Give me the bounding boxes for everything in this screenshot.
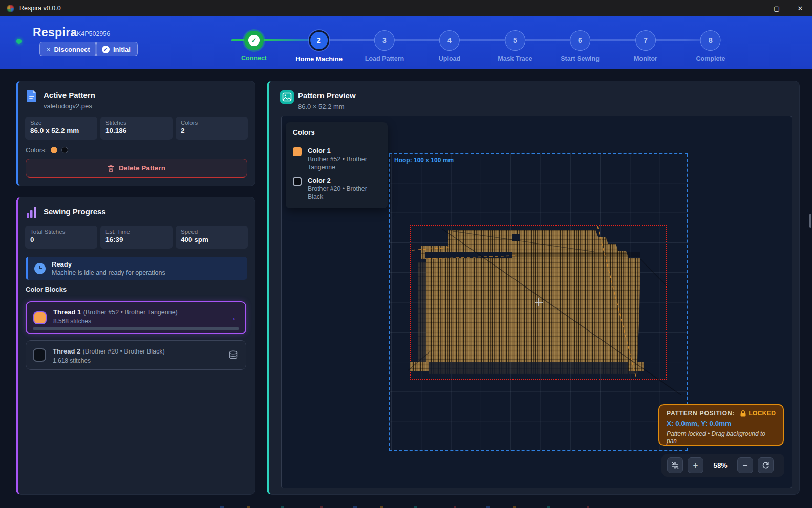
layers-icon	[229, 350, 238, 360]
step-load-pattern[interactable]: 3 Load Pattern	[365, 30, 404, 62]
active-pattern-title: Active Pattern	[44, 91, 95, 99]
app-window: Respira v0.0.0 – ▢ ✕ Respira • K4P502956…	[0, 0, 812, 508]
step-complete-circle[interactable]: 8	[700, 30, 721, 51]
lock-icon	[740, 410, 746, 417]
pattern-filename: valetudogv2.pes	[44, 102, 92, 110]
stat-size-label: Size	[30, 120, 92, 126]
close-button[interactable]: ✕	[788, 0, 812, 16]
step-mask-circle[interactable]: 5	[505, 30, 525, 51]
pattern-preview-card: Pattern Preview 86.0 × 52.2 mm Hoop: 100…	[267, 81, 800, 495]
step-mask-trace[interactable]: 5 Mask Trace	[498, 30, 532, 62]
thread-1-block[interactable]: Thread 1 (Brother #52 • Brother Tangerin…	[26, 301, 246, 334]
pattern-bounds	[410, 225, 667, 380]
est-time-label: Est. Time	[105, 229, 167, 235]
color-dot-black	[61, 147, 68, 153]
stat-speed: Speed 400 spm	[176, 226, 248, 249]
step-complete-label: Complete	[696, 55, 725, 62]
pattern-preview-title: Pattern Preview	[298, 91, 356, 100]
thread-2-name: Thread 2	[53, 347, 80, 355]
colors-label: Colors:	[26, 146, 47, 154]
step-home-circle[interactable]: 2	[309, 30, 329, 51]
zoom-level: 58%	[708, 461, 733, 469]
total-stitches-value: 0	[30, 236, 92, 244]
est-time-value: 16:39	[105, 236, 167, 244]
thread-1-stitches: 8.568 stitches	[53, 318, 178, 325]
locked-label: LOCKED	[749, 410, 776, 417]
step-connect-circle[interactable]: ✓	[244, 31, 264, 50]
step-sewing-circle[interactable]: 6	[570, 30, 590, 51]
active-pattern-card: Active Pattern valetudogv2.pes Size 86.0…	[16, 81, 255, 186]
step-load-circle[interactable]: 3	[374, 30, 395, 51]
speed-label: Speed	[181, 229, 243, 235]
stat-colors-value: 2	[181, 127, 243, 135]
stat-total-stitches: Total Stitches 0	[25, 226, 97, 249]
step-home-label: Home Machine	[295, 55, 343, 63]
window-controls: – ▢ ✕	[741, 0, 812, 16]
preview-canvas[interactable]: Hoop: 100 x 100 mm	[281, 116, 792, 488]
pattern-position-label: PATTERN POSITION:	[667, 410, 735, 417]
step-home-machine[interactable]: 2 Home Machine	[295, 30, 343, 63]
thread-2-block[interactable]: Thread 2 (Brother #20 • Brother Black) 1…	[26, 340, 246, 370]
step-monitor-circle[interactable]: 7	[635, 30, 656, 51]
pattern-position-overlay: PATTERN POSITION: LOCKED X: 0.0mm, Y: 0.…	[658, 404, 784, 446]
thread-2-stitches: 1.618 stitches	[53, 357, 165, 364]
app-name: Respira	[33, 26, 77, 39]
zoom-out-button[interactable]: −	[737, 457, 753, 473]
disconnect-button[interactable]: × Disconnect	[39, 42, 97, 56]
window-title: Respira v0.0.0	[19, 5, 61, 12]
initial-button[interactable]: ✓ Initial	[95, 42, 138, 56]
maximize-button[interactable]: ▢	[765, 0, 788, 16]
stat-stitches-value: 10.186	[105, 127, 167, 135]
step-upload-label: Upload	[439, 55, 460, 62]
zoom-in-button[interactable]: +	[688, 457, 703, 473]
step-complete[interactable]: 8 Complete	[696, 30, 725, 62]
step-sewing-label: Start Sewing	[561, 55, 600, 62]
stat-colors: Colors 2	[176, 117, 248, 140]
status-title: Ready	[52, 260, 165, 268]
color-1-desc: Brother #52 • Brother Tangerine	[308, 156, 376, 172]
color-dot-orange	[51, 147, 57, 153]
thread-2-detail: (Brother #20 • Brother Black)	[83, 348, 165, 355]
step-load-label: Load Pattern	[365, 55, 404, 62]
fit-view-button[interactable]	[667, 457, 683, 473]
minimize-button[interactable]: –	[741, 0, 765, 16]
step-monitor-label: Monitor	[634, 55, 657, 62]
color-2-swatch	[293, 177, 302, 186]
thread-2-swatch	[33, 348, 46, 362]
hoop-label: Hoop: 100 x 100 mm	[394, 157, 454, 164]
stat-est-time: Est. Time 16:39	[100, 226, 173, 249]
speed-value: 400 spm	[181, 236, 243, 244]
sewing-progress-title: Sewing Progress	[44, 207, 106, 216]
step-monitor[interactable]: 7 Monitor	[634, 30, 657, 62]
check-circle-icon: ✓	[102, 46, 110, 53]
reset-view-button[interactable]	[758, 457, 774, 473]
step-connect[interactable]: ✓ Connect	[241, 31, 267, 62]
step-upload[interactable]: 4 Upload	[439, 30, 460, 62]
step-upload-circle[interactable]: 4	[439, 30, 460, 51]
status-description: Machine is idle and ready for operations	[52, 269, 165, 276]
image-icon	[280, 90, 294, 104]
compress-icon	[671, 461, 679, 469]
color-blocks-heading: Color Blocks	[26, 285, 67, 293]
colors-legend-panel: Colors Color 1 Brother #52 • Brother Tan…	[286, 122, 388, 208]
step-start-sewing[interactable]: 6 Start Sewing	[561, 30, 600, 62]
sewing-progress-card: Sewing Progress Total Stitches 0 Est. Ti…	[16, 197, 255, 495]
refresh-icon	[762, 461, 770, 469]
delete-pattern-button[interactable]: Delete Pattern	[26, 159, 247, 178]
machine-serial: • K4P502956	[73, 30, 110, 37]
pattern-colors-row: Colors:	[26, 146, 68, 154]
thread-1-detail: (Brother #52 • Brother Tangerine)	[83, 308, 178, 316]
divider	[293, 141, 380, 141]
check-icon: ✓	[248, 35, 260, 46]
machine-status-box: Ready Machine is idle and ready for oper…	[26, 257, 247, 280]
colors-legend-title: Colors	[293, 128, 380, 136]
bullet: •	[73, 30, 75, 37]
zoom-controls: + 58% −	[661, 454, 784, 477]
legend-color-2: Color 2 Brother #20 • Brother Black	[293, 176, 380, 202]
progress-stats: Total Stitches 0 Est. Time 16:39 Speed 4…	[25, 226, 248, 249]
color-2-name: Color 2	[308, 176, 376, 184]
legend-color-1: Color 1 Brother #52 • Brother Tangerine	[293, 147, 380, 172]
stat-colors-label: Colors	[181, 120, 243, 126]
pattern-lock-hint: Pattern locked • Drag background to pan	[667, 430, 776, 445]
window-scrollbar-thumb[interactable]	[809, 214, 811, 228]
